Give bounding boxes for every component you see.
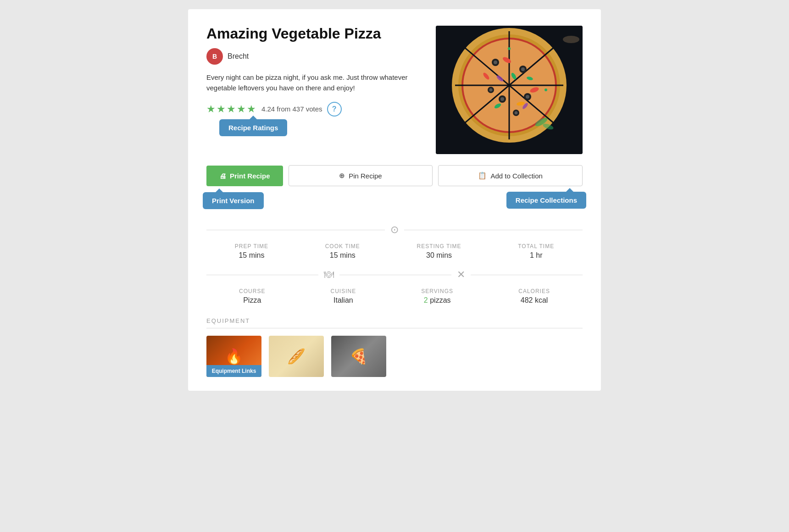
servings-value: 2 pizzas [421,296,453,305]
svg-point-11 [494,61,497,64]
prep-time-value: 15 mins [235,251,268,260]
course-label: COURSE [239,288,265,294]
svg-point-32 [545,89,547,91]
cook-time-value: 15 mins [325,251,360,260]
prep-time-label: PREP TIME [235,243,268,249]
collection-button-wrap: 📋 Add to Collection ? Recipe Collections [438,165,583,186]
course-section: COURSE Pizza CUISINE Italian SERVINGS 2 … [206,288,583,305]
divider-line-left [206,230,385,230]
cook-time-label: COOK TIME [325,243,360,249]
collection-label: Add to Collection [490,172,542,180]
equipment-links-tooltip: Equipment Links [206,365,261,377]
svg-point-19 [489,89,493,92]
svg-point-15 [500,97,504,101]
equipment-item-2: 🥖 [269,336,324,377]
details-divider-mid [339,275,451,275]
pin-recipe-button[interactable]: ⊕ Pin Recipe [289,165,433,186]
equipment-section: EQUIPMENT 🔥 Equipment Links 🥖 🍕 [206,317,583,377]
details-divider: 🍽 ✕ [206,269,583,281]
recipe-card: Amazing Vegetable Pizza B Brecht Every n… [188,9,601,391]
utensils-icon: ✕ [451,269,471,281]
cuisine-value: Italian [331,296,356,305]
avatar: B [206,48,223,65]
cuisine-label: CUISINE [331,288,356,294]
cuisine-item: CUISINE Italian [331,288,356,305]
svg-point-13 [521,67,525,71]
svg-point-21 [515,111,518,115]
printer-icon: 🖨 [219,172,226,180]
times-section: PREP TIME 15 mins COOK TIME 15 mins REST… [206,243,583,260]
total-time-label: TOTAL TIME [518,243,554,249]
author-name: Brecht [228,52,249,61]
pin-button-wrap: ⊕ Pin Recipe [289,165,433,186]
course-item: COURSE Pizza [239,288,265,305]
equipment-roll-bg: 🥖 [269,336,324,377]
recipe-image [436,26,583,154]
calories-item: CALORIES 482 kcal [518,288,550,305]
svg-point-31 [508,47,511,50]
equipment-cutter-bg: 🍕 [331,336,386,377]
print-recipe-button[interactable]: 🖨 Print Recipe [206,166,283,186]
pinterest-icon: ⊕ [339,172,345,180]
rating-text: 4.24 from 437 votes [261,105,322,113]
servings-unit: pizzas [430,296,450,304]
prep-time-item: PREP TIME 15 mins [235,243,268,260]
details-divider-left [206,275,318,275]
equipment-item-3: 🍕 [331,336,386,377]
servings-label: SERVINGS [421,288,453,294]
equipment-images: 🔥 Equipment Links 🥖 🍕 [206,336,583,377]
header-left: Amazing Vegetable Pizza B Brecht Every n… [206,26,422,154]
recipe-collections-tooltip: Recipe Collections [506,192,586,209]
header-section: Amazing Vegetable Pizza B Brecht Every n… [206,26,583,154]
resting-time-value: 30 mins [417,251,461,260]
rating-row: ★★★★★ 4.24 from 437 votes ? Recipe Ratin… [206,102,422,116]
recipe-ratings-tooltip: Recipe Ratings [219,119,287,136]
svg-point-17 [526,95,529,99]
print-button-wrap: 🖨 Print Recipe ? Print Version [206,166,283,186]
times-divider: ⊙ [206,224,583,236]
details-divider-right [471,275,583,275]
servings-number: 2 [424,296,428,304]
add-to-collection-button[interactable]: 📋 Add to Collection [438,165,583,186]
print-version-tooltip: Print Version [203,192,264,209]
cook-time-item: COOK TIME 15 mins [325,243,360,260]
clock-icon: ⊙ [385,224,404,236]
course-value: Pizza [239,296,265,305]
recipe-title: Amazing Vegetable Pizza [206,26,422,42]
resting-time-label: RESTING TIME [417,243,461,249]
svg-point-35 [563,36,579,43]
total-time-item: TOTAL TIME 1 hr [518,243,554,260]
action-buttons: 🖨 Print Recipe ? Print Version ⊕ Pin Rec… [206,165,583,186]
calories-value: 482 kcal [518,296,550,305]
recipe-ratings-help-icon[interactable]: ? [327,102,342,116]
collection-icon: 📋 [478,172,487,180]
equipment-item-1: 🔥 Equipment Links [206,336,261,377]
chef-hat-icon: 🍽 [318,269,339,281]
equipment-title: EQUIPMENT [206,317,583,328]
print-label: Print Recipe [230,172,270,180]
author-row: B Brecht [206,48,422,65]
calories-label: CALORIES [518,288,550,294]
resting-time-item: RESTING TIME 30 mins [417,243,461,260]
pin-label: Pin Recipe [349,172,382,180]
total-time-value: 1 hr [518,251,554,260]
divider-line-right [404,230,583,230]
recipe-description: Every night can be pizza night, if you a… [206,72,422,94]
servings-item: SERVINGS 2 pizzas [421,288,453,305]
